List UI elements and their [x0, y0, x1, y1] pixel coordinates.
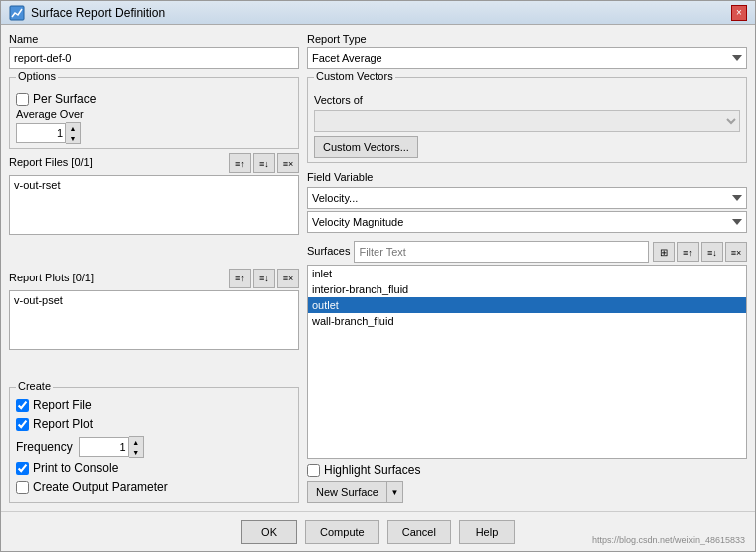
create-section: Create Report File Report Plot Frequency	[9, 387, 299, 503]
surfaces-sort-icon	[683, 247, 693, 258]
surfaces-clear-icon	[731, 247, 742, 258]
freq-spinbox-down[interactable]: ▼	[129, 447, 143, 457]
list-item[interactable]: v-out-rset	[12, 178, 296, 192]
report-plots-sort-btn[interactable]	[229, 269, 251, 288]
surface-item-wall[interactable]: wall-branch_fluid	[308, 313, 746, 329]
report-type-label: Report Type	[307, 33, 747, 45]
ok-button[interactable]: OK	[241, 520, 297, 544]
close-button[interactable]: ×	[731, 5, 747, 21]
surfaces-filter-input[interactable]	[354, 241, 649, 263]
report-files-label: Report Files [0/1]	[9, 156, 93, 168]
surface-item-outlet[interactable]: outlet	[308, 297, 746, 313]
new-surface-row: New Surface ▼	[307, 481, 747, 503]
highlight-surfaces-label: Highlight Surfaces	[324, 463, 420, 477]
fv-category-wrap: Velocity... Pressure... Temperature...	[307, 187, 747, 209]
field-variable-category[interactable]: Velocity... Pressure... Temperature...	[307, 187, 747, 209]
report-files-sortdesc-btn[interactable]	[253, 153, 275, 173]
report-plots-list[interactable]: v-out-pset	[9, 290, 299, 350]
help-button[interactable]: Help	[459, 520, 515, 544]
options-section: Options Per Surface Average Over ▲ ▼	[9, 77, 299, 149]
report-plots-clear-btn[interactable]	[277, 269, 299, 288]
average-over-input[interactable]	[16, 123, 66, 143]
surface-item-interior[interactable]: interior-branch_fluid	[308, 281, 746, 297]
compute-button[interactable]: Compute	[305, 520, 379, 544]
vectors-of-select[interactable]	[314, 110, 740, 132]
freq-spinbox-btns: ▲ ▼	[129, 436, 144, 458]
freq-spinbox-up[interactable]: ▲	[129, 437, 143, 447]
create-output-checkbox[interactable]	[16, 481, 29, 494]
report-type-select[interactable]: Facet Average Facet Minimum Facet Maximu…	[307, 47, 747, 69]
report-plots-sortdesc-btn[interactable]	[253, 269, 275, 288]
create-content: Report File Report Plot Frequency ▲ ▼	[16, 398, 292, 496]
surfaces-sortdesc-icon	[707, 247, 717, 258]
report-type-select-wrap: Facet Average Facet Minimum Facet Maximu…	[307, 47, 747, 69]
surfaces-btns: ⊞	[653, 242, 747, 262]
top-right-row: Report Type Facet Average Facet Minimum …	[307, 33, 747, 69]
spinbox-down[interactable]: ▼	[66, 133, 80, 143]
create-title: Create	[16, 380, 53, 392]
report-plots-btns	[229, 269, 299, 288]
create-output-label: Create Output Parameter	[33, 480, 168, 494]
custom-vectors-title: Custom Vectors	[314, 70, 395, 82]
field-variable-quantity[interactable]: Velocity Magnitude X Velocity Y Velocity…	[307, 211, 747, 233]
vectors-of-select-wrap	[314, 110, 740, 132]
sort-desc-icon	[259, 158, 269, 169]
report-files-btns	[229, 153, 299, 173]
field-variable-section: Field Variable Velocity... Pressure... T…	[307, 171, 747, 233]
surfaces-sort-btn[interactable]	[677, 242, 699, 262]
sort-asc-icon2	[235, 273, 245, 283]
surfaces-section: Surfaces ⊞	[307, 241, 747, 503]
report-files-sort-btn[interactable]	[229, 153, 251, 173]
dialog-title: Surface Report Definition	[31, 6, 165, 20]
report-plots-section: Report Plots [0/1] v-out-ps	[9, 269, 299, 380]
fv-quantity-wrap: Velocity Magnitude X Velocity Y Velocity…	[307, 211, 747, 233]
per-surface-checkbox[interactable]	[16, 93, 29, 106]
report-files-list[interactable]: v-out-rset	[9, 175, 299, 235]
sort-clear-icon2	[283, 273, 294, 283]
custom-vectors-button[interactable]: Custom Vectors...	[314, 136, 418, 158]
report-plots-label: Report Plots [0/1]	[9, 272, 94, 283]
frequency-label: Frequency	[16, 440, 73, 454]
create-output-row: Create Output Parameter	[16, 480, 292, 494]
field-variable-label: Field Variable	[307, 171, 747, 183]
cancel-button[interactable]: Cancel	[387, 520, 451, 544]
report-plots-header: Report Plots [0/1]	[9, 269, 299, 288]
left-panel: Name Options Per Surface Average Over	[9, 33, 299, 503]
report-file-row: Report File	[16, 398, 292, 412]
options-content: Per Surface Average Over ▲ ▼	[16, 92, 292, 144]
report-files-clear-btn[interactable]	[277, 153, 299, 173]
top-form: Name	[9, 33, 299, 69]
average-over-label: Average Over	[16, 108, 292, 120]
custom-vectors-section: Custom Vectors Vectors of Custom Vectors…	[307, 77, 747, 163]
highlight-row: Highlight Surfaces	[307, 463, 747, 477]
frequency-spinbox: ▲ ▼	[79, 436, 144, 458]
vectors-of-label: Vectors of	[314, 94, 740, 106]
report-type-col: Report Type Facet Average Facet Minimum …	[307, 33, 747, 69]
surfaces-clear-btn[interactable]	[725, 242, 747, 262]
spinbox-buttons: ▲ ▼	[66, 122, 81, 144]
new-surface-dropdown[interactable]: ▼	[387, 481, 403, 503]
report-file-checkbox[interactable]	[16, 399, 29, 412]
highlight-surfaces-checkbox[interactable]	[307, 464, 320, 477]
list-item[interactable]: v-out-pset	[12, 293, 296, 307]
surfaces-sortdesc-btn[interactable]	[701, 242, 723, 262]
print-console-checkbox[interactable]	[16, 462, 29, 475]
report-plot-row: Report Plot	[16, 417, 292, 431]
per-surface-label: Per Surface	[33, 92, 96, 106]
name-input[interactable]	[9, 47, 299, 69]
spinbox-up[interactable]: ▲	[66, 123, 80, 133]
sort-clear-icon	[283, 158, 294, 169]
surface-item-inlet[interactable]: inlet	[308, 266, 746, 281]
frequency-row: Frequency ▲ ▼	[16, 436, 292, 458]
average-over-row: ▲ ▼	[16, 122, 292, 144]
frequency-input[interactable]	[79, 437, 129, 457]
custom-vectors-content: Vectors of Custom Vectors...	[314, 94, 740, 158]
surfaces-all-btn[interactable]: ⊞	[653, 242, 675, 262]
report-plot-label: Report Plot	[33, 417, 93, 431]
surfaces-label: Surfaces	[307, 245, 350, 257]
svg-rect-0	[10, 6, 24, 20]
new-surface-button[interactable]: New Surface	[307, 481, 387, 503]
report-file-label: Report File	[33, 398, 92, 412]
report-plot-checkbox[interactable]	[16, 418, 29, 431]
surfaces-list[interactable]: inlet interior-branch_fluid outlet wall-…	[307, 265, 747, 459]
